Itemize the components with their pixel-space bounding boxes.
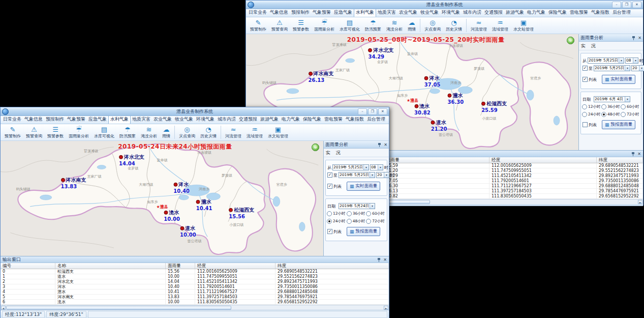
menu-tab-10[interactable]: 城市内涝 [216, 116, 237, 124]
area-rainfall-analysis-button[interactable]: ☔面雨量分析 [312, 19, 337, 32]
menu-tab-15[interactable]: 雷电预警 [323, 116, 344, 124]
column-header[interactable]: 面雨量 [384, 157, 489, 163]
history-disaster-button[interactable]: ◔历史灾情 [198, 126, 219, 139]
output-header[interactable]: 输出窗口 ✕ [1, 256, 389, 263]
scroll-right-icon[interactable]: ▸ [638, 200, 642, 204]
menu-tab-10[interactable]: 城市内涝 [462, 9, 483, 17]
menu-tab-11[interactable]: 交通预报 [237, 116, 259, 124]
warning-create-button[interactable]: ✎预警制作 [2, 126, 23, 139]
menu-tab-9[interactable]: 环境气象 [195, 116, 216, 124]
menu-tab-14[interactable]: 保险气象 [301, 116, 323, 124]
minimize-button[interactable]: – [358, 108, 367, 115]
menu-tab-6[interactable]: 地质灾害 [131, 116, 152, 124]
output-close-icon[interactable]: ✕ [637, 152, 641, 156]
column-header[interactable]: 纬度 [275, 263, 389, 269]
column-header[interactable]: 面雨量 [166, 263, 195, 269]
realtime-rainfall-button[interactable]: ▦实时面雨量 [347, 182, 380, 191]
horizontal-scrollbar[interactable]: ◂ ▸ [1, 305, 389, 310]
rain-info-button[interactable]: ☁雨情 [405, 19, 418, 32]
reservoir-visual-button[interactable]: ▤水库可视化 [91, 126, 117, 139]
menu-tab-16[interactable]: 气象指数 [344, 116, 365, 124]
menu-tab-8[interactable]: 牧业气象 [173, 116, 195, 124]
list-checkbox[interactable]: ✓ [582, 77, 588, 82]
map-canvas[interactable]: 2019-05-24日未来24小时预报面雨量 ⊕ 甘溪滩镇码头铺镇王家厂镇金罗镇… [1, 141, 324, 256]
chevron-down-icon[interactable]: ▾ [384, 172, 389, 178]
list-checkbox[interactable]: ✓ [327, 184, 332, 189]
pin-icon[interactable] [631, 152, 635, 156]
menu-tab-8[interactable]: 牧业气象 [419, 9, 440, 17]
output-close-icon[interactable]: ✕ [383, 257, 387, 262]
menu-tab-6[interactable]: 地质灾害 [376, 9, 397, 17]
basin-manage-button[interactable]: ♒流域管理 [244, 126, 265, 139]
menu-tab-4[interactable]: 应急气象 [332, 9, 354, 17]
menu-tab-2[interactable]: 预报制作 [44, 116, 66, 124]
table-row[interactable]: 0松滋西支15.56112.00160562500929.68905485322… [1, 269, 389, 274]
table-row[interactable]: 3涔水10.40111.7920051460129.7350011350086 [1, 284, 389, 290]
from-date-combo[interactable]: 2019年 5月25日▾ [588, 57, 624, 64]
disaster-point-query-button[interactable]: ◎灾点查询 [176, 126, 198, 139]
column-header[interactable]: 编号 [1, 263, 55, 269]
chevron-down-icon[interactable]: ▾ [619, 58, 624, 63]
forecast-rainfall-button[interactable]: ▦预报面雨量 [602, 120, 635, 129]
panel-header[interactable]: 面雨量分析 ✕ [324, 141, 389, 149]
river-manage-button[interactable]: ≈河流管理 [468, 19, 489, 32]
menu-tab-7[interactable]: 农业气象 [397, 9, 419, 17]
warning-params-button[interactable]: ☰预警参数 [45, 126, 66, 139]
panel-header[interactable]: 面雨量分析 ✕ [579, 34, 643, 42]
rain-info-button[interactable]: ☁雨情 [160, 126, 173, 139]
hydro-station-manage-button[interactable]: ▣水文站管理 [511, 19, 536, 32]
list-checkbox[interactable] [582, 122, 588, 127]
menu-tab-14[interactable]: 保险气象 [547, 9, 568, 17]
menu-tab-3[interactable]: 气象预警 [311, 9, 332, 17]
to-date-combo[interactable]: 2019年 5月25日▾ [339, 172, 375, 178]
menu-tab-17[interactable]: 后台管理 [611, 9, 632, 17]
menu-tab-3[interactable]: 气象预警 [66, 116, 87, 124]
from-hour-combo[interactable]: 08▾ [370, 164, 383, 170]
title-bar[interactable]: 澧县业务制作系统 – ❐ ✕ [246, 1, 643, 9]
flood-plan-button[interactable]: ☂防汛预案 [117, 126, 138, 139]
table-row[interactable]: 2涔水北支14.04111.45210541134229.89234757119… [1, 279, 389, 284]
table-row[interactable]: 6洈水10.00111.83056505043529.6568152952292 [1, 300, 389, 305]
menu-tab-7[interactable]: 农业气象 [152, 116, 173, 124]
forecast-rainfall-button[interactable]: ▦预报面雨量 [347, 227, 380, 236]
chevron-down-icon[interactable]: ▾ [363, 165, 369, 170]
warning-query-button[interactable]: ⚠预警查询 [23, 126, 45, 139]
menu-tab-12[interactable]: 旅游气象 [259, 116, 280, 124]
menu-tab-16[interactable]: 气象指数 [590, 9, 611, 17]
from-date-combo[interactable]: 2019年 5月25日▾ [332, 164, 369, 170]
table-row[interactable]: 5涔水南支13.83111.39725718450329.78544769759… [1, 295, 389, 300]
menu-tab-15[interactable]: 雷电预警 [568, 9, 590, 17]
title-bar[interactable]: 澧县业务制作系统 – ❐ ✕ [1, 107, 389, 116]
list-checkbox[interactable]: ✓ [327, 229, 332, 234]
chevron-down-icon[interactable]: ▾ [625, 66, 630, 71]
table-row[interactable]: 4澧水10.41111.71121966752729.6888012485048 [1, 290, 389, 295]
to-hour-combo[interactable]: 20▾ [376, 172, 389, 178]
to-date-combo[interactable]: 2019年 5月25日▾ [594, 65, 630, 71]
scroll-left-icon[interactable]: ◂ [1, 306, 6, 310]
disaster-point-query-button[interactable]: ◎灾点查询 [422, 19, 443, 32]
to-hour-combo[interactable]: 20▾ [631, 65, 644, 71]
realtime-rainfall-button[interactable]: ▦实时面雨量 [602, 75, 635, 84]
duration-radio-2[interactable]: 60小时 [621, 104, 640, 109]
column-header[interactable]: 纬度 [597, 157, 643, 163]
menu-tab-2[interactable]: 预报制作 [290, 9, 311, 17]
basin-manage-button[interactable]: ♒流域管理 [489, 19, 511, 32]
column-header[interactable]: 经度 [489, 157, 597, 163]
menu-tab-5[interactable]: 水利气象 [108, 116, 131, 124]
minimize-button[interactable]: – [612, 2, 621, 8]
scroll-right-icon[interactable]: ▸ [384, 306, 388, 310]
forecast-date-combo[interactable]: 2019年 5月24日▾ [339, 203, 375, 209]
forecast-date-combo[interactable]: 2019年 6月 4日▾ [594, 96, 630, 102]
duration-radio-1[interactable]: 36小时 [601, 104, 621, 109]
area-rainfall-analysis-button[interactable]: ☔面雨量分析 [66, 126, 91, 139]
duration-radio-2[interactable]: 60小时 [366, 211, 386, 216]
menu-tab-17[interactable]: 后台管理 [365, 116, 387, 124]
menu-tab-11[interactable]: 交通预报 [483, 9, 504, 17]
chevron-down-icon[interactable]: ▾ [370, 204, 375, 209]
menu-tab-5[interactable]: 水利气象 [354, 9, 376, 17]
chevron-down-icon[interactable]: ▾ [625, 97, 630, 102]
table-row[interactable]: 1道水10.00111.74750995505129.5521562274823 [1, 274, 389, 279]
menu-tab-0[interactable]: 日常业务 [2, 116, 23, 124]
maximize-button[interactable]: ❐ [622, 2, 631, 8]
pin-icon[interactable] [378, 142, 382, 147]
